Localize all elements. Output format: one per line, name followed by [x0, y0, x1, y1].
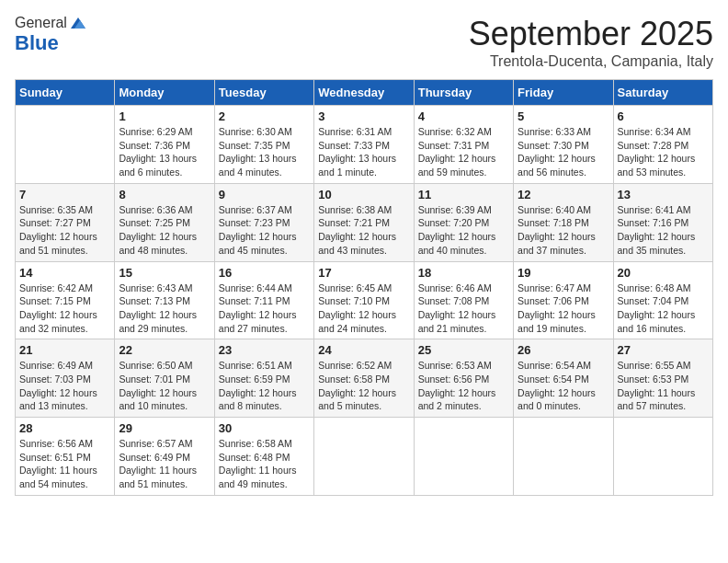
calendar-cell: 1Sunrise: 6:29 AMSunset: 7:36 PMDaylight…	[115, 106, 214, 184]
day-info: Sunrise: 6:57 AMSunset: 6:49 PMDaylight:…	[119, 437, 210, 491]
day-number: 24	[318, 343, 409, 357]
day-number: 8	[119, 188, 210, 201]
day-number: 23	[219, 343, 310, 357]
day-info: Sunrise: 6:58 AMSunset: 6:48 PMDaylight:…	[219, 437, 310, 491]
day-info: Sunrise: 6:56 AMSunset: 6:51 PMDaylight:…	[19, 437, 110, 491]
header-sunday: Sunday	[16, 80, 115, 106]
day-number: 29	[119, 421, 210, 435]
calendar-cell: 22Sunrise: 6:50 AMSunset: 7:01 PMDayligh…	[115, 339, 214, 418]
calendar-cell: 15Sunrise: 6:43 AMSunset: 7:13 PMDayligh…	[115, 261, 214, 339]
day-number: 2	[219, 109, 310, 123]
day-info: Sunrise: 6:29 AMSunset: 7:36 PMDaylight:…	[119, 125, 210, 179]
day-info: Sunrise: 6:46 AMSunset: 7:08 PMDaylight:…	[418, 282, 509, 336]
day-info: Sunrise: 6:50 AMSunset: 7:01 PMDaylight:…	[119, 359, 210, 413]
header-tuesday: Tuesday	[214, 80, 313, 106]
calendar-cell: 5Sunrise: 6:33 AMSunset: 7:30 PMDaylight…	[514, 106, 613, 184]
day-info: Sunrise: 6:55 AMSunset: 6:53 PMDaylight:…	[618, 359, 709, 413]
page-header: General Blue September 2025 Trentola-Duc…	[15, 15, 713, 70]
calendar-cell: 4Sunrise: 6:32 AMSunset: 7:31 PMDaylight…	[414, 106, 513, 184]
logo-general-text: General	[15, 15, 67, 31]
calendar-cell: 10Sunrise: 6:38 AMSunset: 7:21 PMDayligh…	[314, 183, 414, 261]
calendar-cell: 18Sunrise: 6:46 AMSunset: 7:08 PMDayligh…	[414, 261, 513, 339]
day-info: Sunrise: 6:43 AMSunset: 7:13 PMDaylight:…	[119, 282, 210, 336]
day-info: Sunrise: 6:35 AMSunset: 7:27 PMDaylight:…	[19, 203, 110, 258]
day-info: Sunrise: 6:31 AMSunset: 7:33 PMDaylight:…	[318, 125, 409, 179]
day-number: 11	[418, 188, 509, 201]
day-info: Sunrise: 6:53 AMSunset: 6:56 PMDaylight:…	[418, 359, 509, 413]
calendar-cell	[613, 418, 712, 496]
day-number: 1	[119, 109, 210, 123]
day-info: Sunrise: 6:40 AMSunset: 7:18 PMDaylight:…	[518, 203, 609, 258]
calendar-cell: 19Sunrise: 6:47 AMSunset: 7:06 PMDayligh…	[514, 261, 613, 339]
day-number: 18	[418, 266, 509, 280]
day-info: Sunrise: 6:45 AMSunset: 7:10 PMDaylight:…	[318, 282, 409, 336]
calendar-cell: 29Sunrise: 6:57 AMSunset: 6:49 PMDayligh…	[115, 418, 214, 496]
calendar-cell: 6Sunrise: 6:34 AMSunset: 7:28 PMDaylight…	[613, 106, 712, 184]
calendar-cell: 14Sunrise: 6:42 AMSunset: 7:15 PMDayligh…	[16, 261, 115, 339]
header-saturday: Saturday	[613, 80, 712, 106]
day-number: 25	[418, 343, 509, 357]
calendar-cell: 25Sunrise: 6:53 AMSunset: 6:56 PMDayligh…	[414, 339, 513, 418]
month-title: September 2025	[469, 15, 713, 53]
calendar-cell: 26Sunrise: 6:54 AMSunset: 6:54 PMDayligh…	[514, 339, 613, 418]
day-info: Sunrise: 6:36 AMSunset: 7:25 PMDaylight:…	[119, 203, 210, 258]
day-number: 16	[219, 266, 310, 280]
day-number: 21	[19, 343, 110, 357]
calendar-cell	[314, 418, 414, 496]
day-number: 26	[518, 343, 609, 357]
logo: General Blue	[15, 15, 87, 55]
day-info: Sunrise: 6:37 AMSunset: 7:23 PMDaylight:…	[219, 203, 310, 258]
calendar-cell: 11Sunrise: 6:39 AMSunset: 7:20 PMDayligh…	[414, 183, 513, 261]
day-info: Sunrise: 6:33 AMSunset: 7:30 PMDaylight:…	[518, 125, 609, 179]
calendar-table: SundayMondayTuesdayWednesdayThursdayFrid…	[15, 79, 713, 496]
day-number: 15	[119, 266, 210, 280]
day-number: 9	[219, 188, 310, 201]
calendar-header: SundayMondayTuesdayWednesdayThursdayFrid…	[16, 80, 713, 106]
day-info: Sunrise: 6:52 AMSunset: 6:58 PMDaylight:…	[318, 359, 409, 413]
day-info: Sunrise: 6:41 AMSunset: 7:16 PMDaylight:…	[618, 203, 709, 258]
day-info: Sunrise: 6:32 AMSunset: 7:31 PMDaylight:…	[418, 125, 509, 179]
day-number: 13	[618, 188, 709, 201]
calendar-cell: 30Sunrise: 6:58 AMSunset: 6:48 PMDayligh…	[214, 418, 313, 496]
day-number: 14	[19, 266, 110, 280]
calendar-cell	[16, 106, 115, 184]
calendar-cell: 12Sunrise: 6:40 AMSunset: 7:18 PMDayligh…	[514, 183, 613, 261]
calendar-cell: 13Sunrise: 6:41 AMSunset: 7:16 PMDayligh…	[613, 183, 712, 261]
header-wednesday: Wednesday	[314, 80, 414, 106]
title-area: September 2025 Trentola-Ducenta, Campani…	[469, 15, 713, 70]
calendar-cell: 27Sunrise: 6:55 AMSunset: 6:53 PMDayligh…	[613, 339, 712, 418]
day-number: 3	[318, 109, 409, 123]
day-number: 30	[219, 421, 310, 435]
day-info: Sunrise: 6:44 AMSunset: 7:11 PMDaylight:…	[219, 282, 310, 336]
day-number: 22	[119, 343, 210, 357]
calendar-cell: 21Sunrise: 6:49 AMSunset: 7:03 PMDayligh…	[16, 339, 115, 418]
day-info: Sunrise: 6:51 AMSunset: 6:59 PMDaylight:…	[219, 359, 310, 413]
day-info: Sunrise: 6:47 AMSunset: 7:06 PMDaylight:…	[518, 282, 609, 336]
day-number: 5	[518, 109, 609, 123]
day-number: 4	[418, 109, 509, 123]
day-info: Sunrise: 6:38 AMSunset: 7:21 PMDaylight:…	[318, 203, 409, 258]
day-number: 7	[19, 188, 110, 201]
day-info: Sunrise: 6:42 AMSunset: 7:15 PMDaylight:…	[19, 282, 110, 336]
calendar-cell: 24Sunrise: 6:52 AMSunset: 6:58 PMDayligh…	[314, 339, 414, 418]
header-friday: Friday	[514, 80, 613, 106]
calendar-cell: 2Sunrise: 6:30 AMSunset: 7:35 PMDaylight…	[214, 106, 313, 184]
calendar-cell: 7Sunrise: 6:35 AMSunset: 7:27 PMDaylight…	[16, 183, 115, 261]
day-number: 19	[518, 266, 609, 280]
logo-icon	[69, 16, 87, 30]
logo-blue-text: Blue	[15, 31, 59, 55]
day-number: 28	[19, 421, 110, 435]
calendar-cell: 16Sunrise: 6:44 AMSunset: 7:11 PMDayligh…	[214, 261, 313, 339]
day-info: Sunrise: 6:54 AMSunset: 6:54 PMDaylight:…	[518, 359, 609, 413]
day-info: Sunrise: 6:48 AMSunset: 7:04 PMDaylight:…	[618, 282, 709, 336]
day-number: 20	[618, 266, 709, 280]
calendar-cell: 20Sunrise: 6:48 AMSunset: 7:04 PMDayligh…	[613, 261, 712, 339]
header-thursday: Thursday	[414, 80, 513, 106]
day-number: 10	[318, 188, 409, 201]
day-number: 12	[518, 188, 609, 201]
day-number: 6	[618, 109, 709, 123]
day-info: Sunrise: 6:49 AMSunset: 7:03 PMDaylight:…	[19, 359, 110, 413]
day-info: Sunrise: 6:34 AMSunset: 7:28 PMDaylight:…	[618, 125, 709, 179]
day-info: Sunrise: 6:30 AMSunset: 7:35 PMDaylight:…	[219, 125, 310, 179]
header-monday: Monday	[115, 80, 214, 106]
